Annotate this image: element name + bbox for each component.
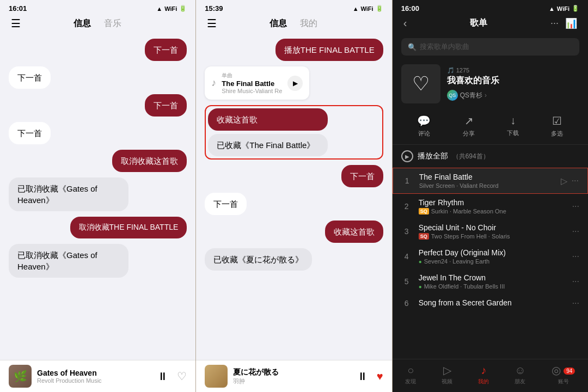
playlist-count-badge: 🎵 1275 <box>447 67 579 74</box>
pause-btn-left[interactable]: ⏸ <box>157 370 168 383</box>
msg-recv-3: 已取消收藏《Gates of Heaven》 <box>9 177 128 211</box>
song-num-5: 5 <box>401 277 412 286</box>
tab-info-left[interactable]: 信息 <box>74 18 91 29</box>
playlist-header: ♡ 🎵 1275 我喜欢的音乐 QS QS青杉 › <box>393 60 588 108</box>
badge-vip-3: SQ <box>419 233 429 240</box>
song-actions-1: ▷ ··· <box>561 176 579 186</box>
song-name-3: Special Unit - No Choir <box>419 223 566 232</box>
highlight-box-mid: 收藏这首歌 已收藏《The Final Battle》 <box>205 105 383 160</box>
heart-icon-cover: ♡ <box>412 72 430 95</box>
video-label: 视频 <box>442 378 452 385</box>
nav-friends[interactable]: ☺ 朋友 <box>514 364 525 385</box>
more-icon-3[interactable]: ··· <box>572 226 579 236</box>
chat-area-left: 下一首 下一首 下一首 下一首 取消收藏这首歌 已取消收藏《Gates of H… <box>0 34 195 360</box>
play-icon-1[interactable]: ▷ <box>561 176 567 186</box>
song-actions-3: ··· <box>572 226 579 236</box>
song-info-3: Special Unit - No Choir SQ Two Steps Fro… <box>419 223 566 240</box>
music-title-mid: The Final Battle <box>222 79 282 88</box>
action-share[interactable]: ↗ 分享 <box>463 114 475 138</box>
song-item-5[interactable]: 5 Jewel In The Crown ● Mike Oldfield · T… <box>393 269 588 294</box>
friends-label: 朋友 <box>514 378 525 385</box>
song-item-1[interactable]: 1 The Final Battle Silver Screen · Valia… <box>393 168 588 194</box>
player-sub-left: Revolt Production Music <box>37 377 152 384</box>
action-download[interactable]: ↓ 下载 <box>507 114 519 138</box>
nav-mine[interactable]: ♪ 我的 <box>478 364 489 385</box>
msg-sent-mid-1: 收藏这首歌 <box>208 108 328 131</box>
time-right: 16:00 <box>401 4 419 13</box>
more-icon-6[interactable]: ··· <box>572 298 579 308</box>
msg-recv-2: 下一首 <box>9 122 51 144</box>
pause-btn-mid[interactable]: ⏸ <box>357 370 368 383</box>
more-icon-1[interactable]: ··· <box>572 176 579 186</box>
back-icon-right[interactable]: ‹ <box>403 17 407 29</box>
player-sub-mid: 羽肿 <box>233 377 351 385</box>
msg-top-mid: 播放THE FINAL BATTLE <box>275 39 383 61</box>
friends-icon: ☺ <box>514 364 525 377</box>
song-item-2[interactable]: 2 Tiger Rhythm SQ Surkin · Marble Season… <box>393 194 588 219</box>
chat-area-mid: 播放THE FINAL BATTLE ♪ 单曲 The Final Battle… <box>196 34 391 360</box>
song-item-6[interactable]: 6 Song from a Secret Garden ··· <box>393 294 588 313</box>
msg-sent-1: 下一首 <box>145 39 187 61</box>
bottom-nav-right: ○ 发现 ▷ 视频 ♪ 我的 ☺ 朋友 ◎ 94 账号 <box>393 359 588 392</box>
msg-sent-mid-3: 收藏这首歌 <box>325 220 383 243</box>
play-btn-mid[interactable]: ▶ <box>287 76 303 91</box>
tab-mine-mid[interactable]: 我的 <box>300 18 317 29</box>
more-icon-right[interactable]: ··· <box>550 17 559 29</box>
song-item-4[interactable]: 4 Perfect Day (Original Mix) ● Seven24 ·… <box>393 244 588 269</box>
menu-icon-left[interactable]: ☰ <box>11 17 21 30</box>
mid-panel: 15:39 ▲ WiFi 🔋 ☰ 信息 我的 播放THE FINAL BATTL… <box>196 0 391 392</box>
user-avatar: QS <box>447 90 458 101</box>
account-badge: 94 <box>564 367 575 375</box>
equalizer-icon-right[interactable]: 📊 <box>565 17 577 29</box>
music-card-mid[interactable]: ♪ 单曲 The Final Battle Shire Music-Valian… <box>205 66 309 100</box>
player-controls-mid: ⏸ ♥ <box>357 370 383 383</box>
song-artists-3: SQ Two Steps From Hell · Solaris <box>419 233 566 240</box>
playlist-name: 我喜欢的音乐 <box>447 75 579 87</box>
nav-discover[interactable]: ○ 发现 <box>405 364 416 385</box>
music-info-mid: 单曲 The Final Battle Shire Music-Valiant … <box>222 72 282 94</box>
song-actions-4: ··· <box>572 252 579 261</box>
playlist-meta: 🎵 1275 我喜欢的音乐 QS QS青杉 › <box>447 67 579 101</box>
song-name-2: Tiger Rhythm <box>419 198 566 207</box>
more-icon-5[interactable]: ··· <box>572 277 579 286</box>
song-artists-4: ● Seven24 · Leaving Earth <box>419 258 566 265</box>
play-all-bar[interactable]: ▶ 播放全部 （共694首） <box>393 145 588 168</box>
more-icon-4[interactable]: ··· <box>572 252 579 261</box>
user-name: QS青杉 <box>460 91 482 100</box>
tab-info-mid[interactable]: 信息 <box>270 18 287 29</box>
player-info-left: Gates of Heaven Revolt Production Music <box>37 369 152 384</box>
player-controls-left: ⏸ ♡ <box>157 370 187 383</box>
status-bar-mid: 15:39 ▲ WiFi 🔋 <box>196 0 391 15</box>
nav-video[interactable]: ▷ 视频 <box>442 364 452 385</box>
mine-icon: ♪ <box>481 364 486 377</box>
song-actions-5: ··· <box>572 277 579 286</box>
player-title-mid: 夏に花が散る <box>233 367 351 377</box>
video-icon: ▷ <box>443 364 451 377</box>
more-icon-2[interactable]: ··· <box>572 201 579 211</box>
action-bar-right: 💬 评论 ↗ 分享 ↓ 下载 ☑ 多选 <box>393 108 588 145</box>
song-item-3[interactable]: 3 Special Unit - No Choir SQ Two Steps F… <box>393 219 588 244</box>
song-info-1: The Final Battle Silver Screen · Valiant… <box>419 173 554 189</box>
badge-sq-2: SQ <box>419 208 429 215</box>
msg-sent-4: 取消收藏THE FINAL BATTLE <box>70 217 187 238</box>
time-mid: 15:39 <box>205 4 223 13</box>
heart-btn-mid[interactable]: ♥ <box>377 370 383 383</box>
action-comment[interactable]: 💬 评论 <box>417 114 431 138</box>
search-bar-right[interactable]: 🔍 搜索歌单内歌曲 <box>401 38 579 56</box>
msg-sent-2: 下一首 <box>145 94 187 117</box>
menu-icon-mid[interactable]: ☰ <box>207 17 217 30</box>
action-select[interactable]: ☑ 多选 <box>551 114 563 138</box>
song-num-6: 6 <box>401 299 412 308</box>
page-title-right: 歌单 <box>470 17 487 29</box>
heart-btn-left[interactable]: ♡ <box>177 370 187 383</box>
player-art-left: 🌿 <box>9 365 32 388</box>
time-left: 16:01 <box>9 4 27 13</box>
song-actions-2: ··· <box>572 201 579 211</box>
tab-music-left[interactable]: 音乐 <box>104 18 121 29</box>
music-label-mid: 单曲 <box>222 72 282 79</box>
status-bar-left: 16:01 ▲ WiFi 🔋 <box>0 0 195 15</box>
search-placeholder-right: 搜索歌单内歌曲 <box>420 42 469 52</box>
playlist-user: QS QS青杉 › <box>447 90 579 101</box>
comment-label: 评论 <box>418 130 430 138</box>
nav-account[interactable]: ◎ 94 账号 <box>552 364 575 385</box>
